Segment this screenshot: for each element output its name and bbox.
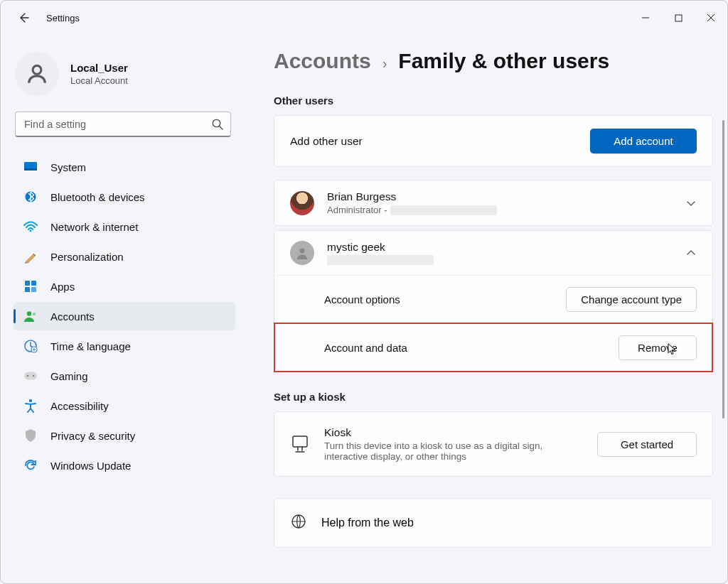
svg-point-19 [300,249,305,254]
body: Local_User Local Account System Bluetoot… [1,35,727,583]
nav-list: System Bluetooth & devices Network & int… [14,153,235,480]
user-info: mystic geek [327,241,434,265]
svg-point-6 [30,230,32,232]
search-wrap [15,112,231,137]
sidebar-item-network[interactable]: Network & internet [14,212,235,241]
user-card-brian: Brian Burgess Administrator - [274,180,713,226]
sidebar-item-apps[interactable]: Apps [14,272,235,301]
redacted-text [390,205,497,215]
breadcrumb-current: Family & other users [398,49,609,73]
user-name: Local_User [70,62,128,74]
add-account-button[interactable]: Add account [590,129,697,153]
sidebar-item-accessibility[interactable]: Accessibility [14,391,235,420]
gaming-icon [23,369,38,383]
nav-label: Accessibility [50,400,109,412]
svg-rect-7 [25,281,30,286]
get-started-button[interactable]: Get started [597,432,697,457]
chevron-right-icon: › [382,55,387,72]
account-options-label: Account options [324,293,400,305]
search-input[interactable] [15,112,231,137]
kiosk-icon [290,434,310,454]
back-arrow-icon [18,12,29,23]
user-role [327,255,434,265]
sidebar-item-update[interactable]: Windows Update [14,451,235,480]
account-options-row: Account options Change account type [274,275,712,323]
sidebar-item-system[interactable]: System [14,153,235,181]
current-user-block[interactable]: Local_User Local Account [15,52,235,96]
nav-label: Bluetooth & devices [50,191,145,203]
change-account-type-button[interactable]: Change account type [566,287,697,312]
settings-window: Settings Local_User Local Account [0,0,728,584]
main-content: Accounts › Family & other users Other us… [242,35,727,583]
nav-label: System [50,161,86,173]
privacy-icon [23,428,38,443]
breadcrumb-parent[interactable]: Accounts [274,49,371,73]
sidebar-item-time[interactable]: Time & language [14,332,235,360]
nav-label: Time & language [50,340,131,352]
time-icon [23,339,38,353]
svg-rect-20 [293,436,307,447]
title-bar: Settings [1,1,727,35]
user-subtitle: Local Account [70,75,128,86]
svg-rect-15 [24,372,37,380]
sidebar-item-personalization[interactable]: Personalization [14,242,235,271]
user-text: Local_User Local Account [70,62,128,86]
maximize-icon [675,14,682,22]
minimize-button[interactable] [629,4,662,32]
app-title: Settings [46,13,80,23]
apps-icon [23,279,38,293]
svg-point-12 [33,313,36,315]
close-icon [707,13,715,22]
nav-label: Personalization [50,251,124,263]
svg-rect-9 [25,287,30,292]
scrollbar[interactable] [720,120,726,576]
person-icon [25,62,49,86]
svg-point-11 [27,311,31,315]
user-role: Administrator - [327,205,497,215]
close-button[interactable] [695,4,727,32]
sidebar-item-bluetooth[interactable]: Bluetooth & devices [14,183,235,211]
personalization-icon [23,249,38,264]
sidebar: Local_User Local Account System Bluetoot… [1,35,242,583]
update-icon [23,458,38,472]
add-other-user-label: Add other user [290,135,363,148]
svg-point-18 [29,399,32,402]
bluetooth-icon [23,190,38,204]
maximize-button[interactable] [662,4,695,32]
sidebar-item-privacy[interactable]: Privacy & security [14,421,235,450]
kiosk-text: Kiosk Turn this device into a kiosk to u… [324,426,566,462]
svg-rect-10 [31,287,36,292]
svg-rect-4 [24,168,37,171]
user-avatar [290,241,314,265]
nav-label: Accounts [50,310,95,323]
back-button[interactable] [11,5,36,31]
account-and-data-label: Account and data [324,342,407,354]
person-icon [295,246,309,260]
user-row-mystic[interactable]: mystic geek [274,231,712,275]
user-card-mystic: mystic geek Account options Change accou… [274,230,713,372]
nav-label: Gaming [50,370,88,382]
accessibility-icon [23,399,38,413]
help-row[interactable]: Help from the web [274,498,713,548]
globe-icon [290,513,307,533]
system-icon [23,160,38,174]
chevron-up-icon [685,247,697,259]
minimize-icon [641,13,650,22]
svg-point-1 [33,65,41,74]
nav-label: Network & internet [50,221,138,233]
scrollbar-thumb[interactable] [722,120,724,418]
remove-button[interactable]: Remove [619,335,697,360]
sidebar-item-accounts[interactable]: Accounts [14,302,235,330]
redacted-text [327,255,434,265]
svg-rect-0 [675,15,682,21]
kiosk-row: Kiosk Turn this device into a kiosk to u… [274,411,713,477]
network-icon [23,220,38,234]
chevron-down-icon [685,198,697,209]
breadcrumb: Accounts › Family & other users [274,49,713,73]
svg-point-16 [27,375,28,377]
help-label: Help from the web [321,517,414,529]
avatar [15,52,59,96]
sidebar-item-gaming[interactable]: Gaming [14,362,235,390]
nav-label: Apps [50,281,75,293]
user-row-brian[interactable]: Brian Burgess Administrator - [274,180,712,225]
